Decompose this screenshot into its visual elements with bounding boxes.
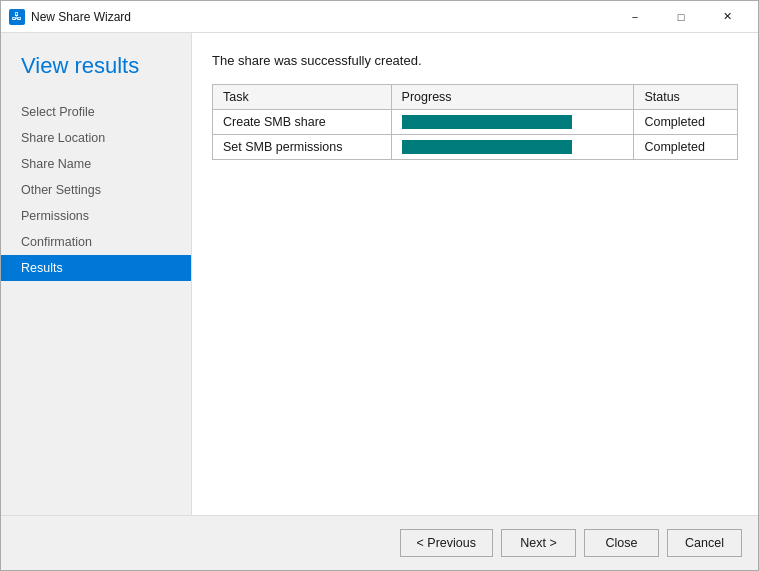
progress-bar-fill-2 [402, 140, 572, 154]
progress-bar-bg-2 [402, 140, 572, 154]
next-button[interactable]: Next > [501, 529, 576, 557]
wizard-title: View results [1, 53, 191, 99]
cancel-button[interactable]: Cancel [667, 529, 742, 557]
progress-cell-1 [391, 110, 634, 135]
maximize-button[interactable]: □ [658, 1, 704, 33]
nav-item-select-profile[interactable]: Select Profile [1, 99, 191, 125]
close-button[interactable]: Close [584, 529, 659, 557]
window-title: New Share Wizard [31, 10, 612, 24]
nav-item-share-name[interactable]: Share Name [1, 151, 191, 177]
col-header-task: Task [213, 85, 392, 110]
nav-item-other-settings[interactable]: Other Settings [1, 177, 191, 203]
task-cell-1: Create SMB share [213, 110, 392, 135]
minimize-button[interactable]: − [612, 1, 658, 33]
progress-bar-bg-1 [402, 115, 572, 129]
status-cell-2: Completed [634, 135, 738, 160]
progress-cell-2 [391, 135, 634, 160]
title-bar: 🖧 New Share Wizard − □ ✕ [1, 1, 758, 33]
nav-item-results[interactable]: Results [1, 255, 191, 281]
previous-button[interactable]: < Previous [400, 529, 493, 557]
results-table: Task Progress Status Create SMB share [212, 84, 738, 160]
left-panel: View results Select Profile Share Locati… [1, 33, 191, 515]
main-panel: The share was successfully created. Task… [191, 33, 758, 515]
col-header-status: Status [634, 85, 738, 110]
nav-item-confirmation[interactable]: Confirmation [1, 229, 191, 255]
footer: < Previous Next > Close Cancel [1, 515, 758, 570]
nav-item-permissions[interactable]: Permissions [1, 203, 191, 229]
close-window-button[interactable]: ✕ [704, 1, 750, 33]
window-icon: 🖧 [9, 9, 25, 25]
results-table-wrapper: Task Progress Status Create SMB share [212, 84, 738, 495]
success-message: The share was successfully created. [212, 53, 738, 68]
nav-item-share-location[interactable]: Share Location [1, 125, 191, 151]
col-header-progress: Progress [391, 85, 634, 110]
task-cell-2: Set SMB permissions [213, 135, 392, 160]
table-header-row: Task Progress Status [213, 85, 738, 110]
wizard-window: 🖧 New Share Wizard − □ ✕ View results Se… [0, 0, 759, 571]
content-area: View results Select Profile Share Locati… [1, 33, 758, 515]
window-controls: − □ ✕ [612, 1, 750, 33]
table-row: Set SMB permissions Completed [213, 135, 738, 160]
progress-bar-fill-1 [402, 115, 572, 129]
status-cell-1: Completed [634, 110, 738, 135]
table-row: Create SMB share Completed [213, 110, 738, 135]
